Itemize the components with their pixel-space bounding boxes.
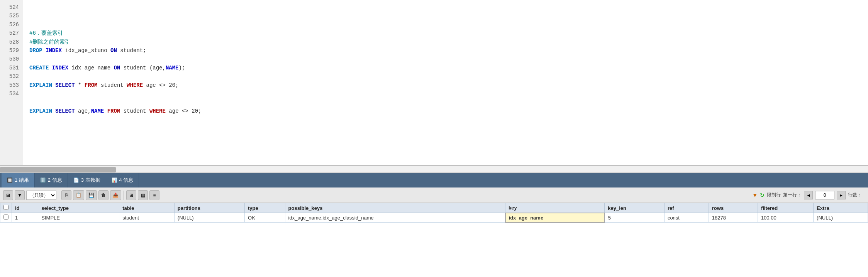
- token: FROM: [85, 82, 98, 88]
- cell-possible_keys: idx_age_name,idx_age_classid_name: [285, 213, 505, 223]
- next-btn[interactable]: ►: [837, 191, 846, 199]
- token: NAME: [166, 65, 179, 71]
- delete-btn[interactable]: 🗑: [98, 190, 108, 200]
- first-row-label: 第一行：: [783, 192, 802, 198]
- cell-id: 1: [12, 213, 38, 223]
- export-btn[interactable]: 📤: [110, 190, 121, 200]
- code-line: DROP INDEX idx_age_stuno ON student;: [29, 46, 862, 55]
- column-header-rows[interactable]: rows: [709, 203, 758, 213]
- code-line: [29, 98, 862, 106]
- row-checkbox[interactable]: [3, 215, 8, 220]
- code-content[interactable]: #6．覆盖索引#删除之前的索引DROP INDEX idx_age_stuno …: [23, 0, 868, 165]
- token: #6．覆盖索引: [29, 30, 63, 36]
- table-row[interactable]: 1SIMPLEstudent(NULL)OKidx_age_name,idx_a…: [0, 213, 868, 223]
- scrollbar-thumb[interactable]: [0, 167, 116, 172]
- line-number: 528: [4, 38, 19, 46]
- column-header-checkbox[interactable]: [0, 203, 12, 213]
- cell-extra: (NULL): [814, 213, 868, 223]
- token: WHERE: [127, 82, 143, 88]
- table-view-btn[interactable]: ⊞: [126, 190, 136, 200]
- results-table: idselect_typetablepartitionstypepossible…: [0, 203, 868, 223]
- save-btn[interactable]: 💾: [86, 190, 97, 200]
- grid-icon-btn[interactable]: ⊞: [3, 190, 13, 200]
- token: );: [179, 65, 185, 71]
- cell-ref: const: [664, 213, 709, 223]
- line-number: 532: [4, 72, 19, 81]
- token: age,: [75, 108, 91, 114]
- tab-label: 2 信息: [48, 177, 62, 184]
- token: SELECT: [55, 82, 75, 88]
- text-view-btn[interactable]: ≡: [149, 190, 159, 200]
- toolbar-area: ⊞ ▼ （只读） ⎘ 📋 💾 🗑 📤 ⊞ ▤ ≡ ▼ ↻ 限制行 第一行： ◄ …: [0, 187, 868, 203]
- column-header-type[interactable]: type: [245, 203, 285, 213]
- token: *: [75, 82, 85, 88]
- tab-label: 1 结果: [15, 177, 29, 184]
- column-header-id[interactable]: id: [12, 203, 38, 213]
- table-area[interactable]: idselect_typetablepartitionstypepossible…: [0, 203, 868, 261]
- tab-tab1[interactable]: 🔲1 结果: [2, 173, 35, 187]
- row-count-label: 行数：: [848, 192, 862, 198]
- token: ON: [114, 65, 120, 71]
- code-line: [29, 72, 862, 81]
- prev-btn[interactable]: ◄: [804, 191, 813, 199]
- column-header-partitions[interactable]: partitions: [174, 203, 244, 213]
- token: student: [97, 82, 127, 88]
- column-header-select_type[interactable]: select_type: [38, 203, 119, 213]
- form-view-btn[interactable]: ▤: [138, 190, 148, 200]
- code-line: [29, 115, 862, 124]
- code-line: [29, 90, 862, 98]
- token: ON: [110, 47, 117, 54]
- readonly-select[interactable]: （只读）: [26, 191, 56, 200]
- column-header-filtered[interactable]: filtered: [758, 203, 813, 213]
- token: student (age,: [120, 65, 166, 71]
- token: [104, 108, 107, 114]
- cell-rows: 18278: [709, 213, 758, 223]
- token: DROP: [29, 47, 46, 54]
- tab-label: 4 信息: [119, 177, 134, 184]
- editor-area: 524525526527528529530531532533534 #6．覆盖索…: [0, 0, 868, 166]
- line-number: 525: [4, 12, 19, 20]
- tab-tab3[interactable]: 📄3 表数据: [68, 173, 106, 187]
- token: student;: [117, 47, 146, 54]
- cell-key: idx_age_name: [505, 213, 605, 223]
- line-number: 531: [4, 64, 19, 72]
- column-header-key[interactable]: key: [505, 203, 605, 213]
- token: EXPLAIN: [29, 82, 55, 88]
- column-header-possible_keys[interactable]: possible_keys: [285, 203, 505, 213]
- cell-select_type: SIMPLE: [38, 213, 119, 223]
- refresh-icon: ↻: [760, 192, 765, 198]
- token: EXPLAIN: [29, 108, 55, 114]
- token: SELECT: [55, 108, 75, 114]
- cell-filtered: 100.00: [758, 213, 813, 223]
- token: idx_age_stuno: [62, 47, 110, 54]
- code-line: CREATE INDEX idx_age_name ON student (ag…: [29, 64, 862, 72]
- code-line: EXPLAIN SELECT * FROM student WHERE age …: [29, 81, 862, 90]
- bottom-tabs: 🔲1 结果ℹ️2 信息📄3 表数据📊4 信息: [0, 173, 868, 187]
- paste-btn[interactable]: 📋: [73, 190, 84, 200]
- cell-table: student: [119, 213, 175, 223]
- token: age <> 20;: [143, 82, 178, 88]
- tab-icon: ℹ️: [40, 177, 46, 183]
- tab-tab4[interactable]: 📊4 信息: [106, 173, 139, 187]
- cell-key_len: 5: [605, 213, 665, 223]
- token: student: [120, 108, 149, 114]
- row-input[interactable]: [815, 191, 834, 199]
- line-number: 527: [4, 29, 19, 37]
- menu-btn[interactable]: ▼: [15, 190, 25, 200]
- tab-icon: 📄: [73, 177, 79, 183]
- token: idx_age_name: [68, 65, 114, 71]
- column-header-Extra[interactable]: Extra: [814, 203, 868, 213]
- line-number: 533: [4, 81, 19, 90]
- copy-btn[interactable]: ⎘: [61, 190, 71, 200]
- code-line: #6．覆盖索引: [29, 29, 862, 37]
- tab-tab2[interactable]: ℹ️2 信息: [35, 173, 68, 187]
- cell-checkbox: [0, 213, 12, 223]
- filter-icon: ▼: [752, 192, 758, 198]
- horizontal-scrollbar[interactable]: [0, 166, 868, 173]
- column-header-table[interactable]: table: [119, 203, 175, 213]
- code-line: EXPLAIN SELECT age,NAME FROM student WHE…: [29, 107, 862, 115]
- column-header-key_len[interactable]: key_len: [605, 203, 665, 213]
- token: INDEX: [52, 65, 68, 71]
- column-header-ref[interactable]: ref: [664, 203, 709, 213]
- select-all-checkbox[interactable]: [3, 205, 8, 210]
